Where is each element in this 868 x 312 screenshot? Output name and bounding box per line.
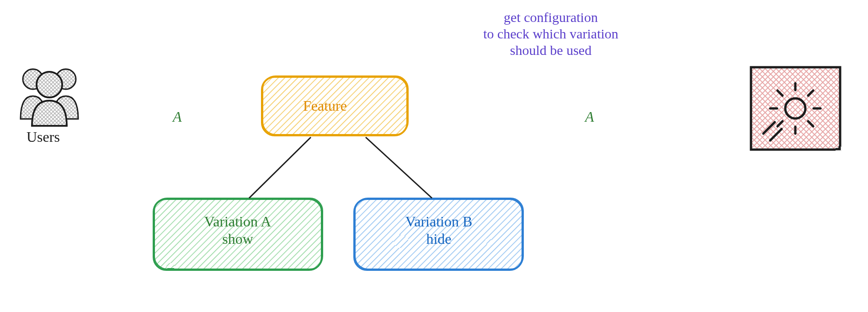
variation-b-title: Variation B xyxy=(405,213,473,230)
variation-a-label: Variation A show xyxy=(192,213,283,248)
variation-a-subtitle: show xyxy=(222,231,253,247)
return-label-a-left: A xyxy=(173,108,182,125)
diagram-svg xyxy=(0,0,868,312)
variation-b-label: Variation B hide xyxy=(393,213,485,248)
variation-b-subtitle: hide xyxy=(426,231,451,247)
users-label: Users xyxy=(27,128,60,145)
config-gear-box xyxy=(751,67,840,150)
annotation-line3: should be used xyxy=(510,43,591,58)
connector-feature-to-b xyxy=(366,137,432,198)
annotation-line2: to check which variation xyxy=(483,26,618,41)
diagram-canvas: Users Feature Variation A show Variation… xyxy=(0,0,868,312)
annotation-text: get configuration to check which variati… xyxy=(453,9,649,59)
users-icon xyxy=(21,69,78,126)
connector-feature-to-a xyxy=(249,137,311,198)
return-label-a-right: A xyxy=(585,108,594,125)
annotation-line1: get configuration xyxy=(504,10,598,25)
svg-rect-17 xyxy=(751,67,840,150)
variation-a-title: Variation A xyxy=(204,213,272,230)
feature-label: Feature xyxy=(303,97,347,114)
